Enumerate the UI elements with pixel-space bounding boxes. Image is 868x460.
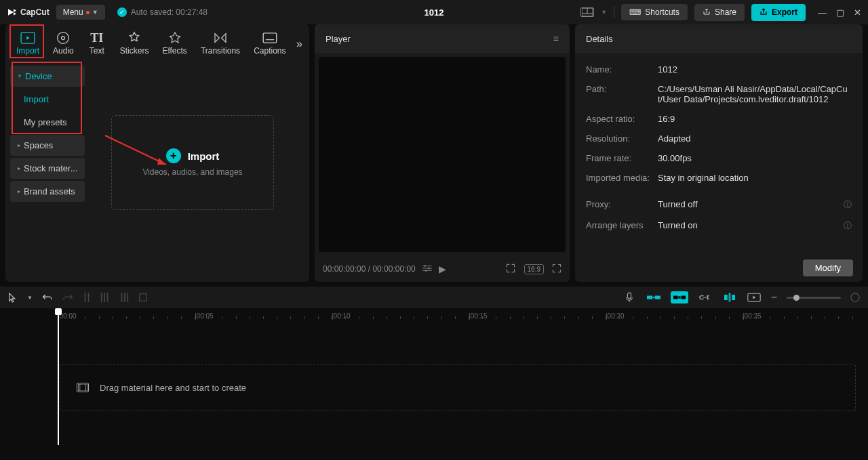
magnet-icon[interactable] [671,291,688,304]
ruler-tick: |00:20 [606,312,625,320]
undo-button[interactable] [42,293,53,302]
chevron-down-icon: ▼ [92,9,98,16]
detail-imported-value: Stay in original location [658,173,852,183]
svg-rect-15 [88,293,90,302]
export-icon [760,7,768,18]
cursor-tool-dropdown[interactable]: ▼ [27,295,33,301]
tab-text[interactable]: TI Text [81,28,113,58]
tab-captions[interactable]: Captions [247,28,292,58]
shortcuts-button[interactable]: ⌨ Shortcuts [621,4,688,20]
import-label: Import [188,150,220,162]
svg-point-35 [851,293,859,301]
player-title: Player [326,34,351,44]
ruler-tick: |00:10 [332,312,351,320]
keyboard-icon: ⌨ [629,7,641,17]
redo-button[interactable] [62,293,73,302]
cursor-tool[interactable] [8,292,18,303]
sidebar-item-my-presets[interactable]: My presets [10,112,85,133]
modify-button[interactable]: Modify [803,259,853,276]
zoom-in-icon[interactable] [850,293,860,302]
sidebar-item-import[interactable]: Import [10,89,85,110]
svg-rect-30 [724,295,728,300]
tab-transitions[interactable]: Transitions [194,28,247,58]
detail-aspect-label: Aspect ratio: [586,114,658,124]
maximize-button[interactable]: ▢ [836,7,844,18]
media-panel: Import Audio TI Text Stickers [5,24,309,282]
info-icon[interactable]: ⓘ [844,199,852,211]
detail-framerate-value: 30.00fps [658,153,852,163]
info-icon[interactable]: ⓘ [844,220,852,232]
zoom-slider[interactable] [787,297,841,299]
svg-point-26 [652,297,654,299]
minimize-button[interactable]: — [818,7,827,18]
timeline-tracks[interactable]: Drag material here and start to create [0,326,868,448]
text-tab-icon: TI [90,31,103,45]
svg-rect-18 [107,293,108,302]
svg-rect-20 [124,293,125,302]
import-dropzone[interactable]: + Import Videos, audios, and images [111,115,274,210]
media-content: + Import Videos, audios, and images [87,61,309,282]
details-panel: Details Name: 1012 Path: C:/Users/Usman … [575,24,863,282]
tab-audio[interactable]: Audio [46,28,81,58]
more-tabs-icon[interactable]: » [296,38,302,50]
playhead[interactable] [58,310,59,445]
detail-name-label: Name: [586,64,658,75]
svg-point-5 [62,37,65,40]
detail-name-value: 1012 [658,64,852,75]
timeline-ruler[interactable]: |00:00 |00:05 |00:10 |00:15 |00:20 |00:2… [0,310,868,326]
svg-rect-21 [127,293,128,302]
crop-icon[interactable] [505,263,516,276]
stickers-tab-icon [127,31,141,45]
detail-arrange-label: Arrange layers [586,220,658,232]
split-left-tool[interactable] [100,292,110,303]
detail-resolution-value: Adapted [658,133,852,144]
sidebar-item-spaces[interactable]: ▸ Spaces [10,135,85,156]
link-icon[interactable] [698,292,713,303]
detail-path-label: Path: [586,84,658,104]
fullscreen-icon[interactable] [552,264,561,275]
play-button[interactable]: ▶ [439,264,446,274]
drop-track[interactable]: Drag material here and start to create [60,364,856,411]
export-button[interactable]: Export [751,4,806,21]
autosave-status: ✓ Auto saved: 00:27:48 [117,7,208,17]
ruler-tick: |00:15 [469,312,488,320]
menu-button[interactable]: Menu ▼ [56,5,105,20]
layout-dropdown-icon[interactable]: ▼ [601,9,607,16]
split-right-tool[interactable] [119,292,129,303]
player-viewport[interactable] [319,57,566,252]
sidebar-item-stock[interactable]: ▸ Stock mater... [10,158,85,179]
sidebar-item-brand[interactable]: ▸ Brand assets [10,181,85,202]
detail-arrange-value: Turned on [658,220,844,232]
split-tool[interactable] [83,292,91,303]
ruler-tick: |00:25 [743,312,762,320]
ratio-badge[interactable]: 16:9 [524,264,544,274]
import-tab-icon [20,31,35,45]
tab-stickers[interactable]: Stickers [113,28,156,58]
magnet-start-icon[interactable] [646,292,661,303]
close-button[interactable]: ✕ [854,7,861,18]
caret-right-icon: ▸ [17,188,21,194]
snap-icon[interactable] [722,292,737,303]
app-logo: CapCut [7,7,50,18]
svg-rect-22 [140,294,147,301]
mic-icon[interactable] [622,292,637,303]
player-panel: Player ≡ 00:00:00:00 / 00:00:00:00 ▶ 16:… [315,24,570,282]
audio-tab-icon [56,31,70,45]
player-settings-icon[interactable] [422,264,432,274]
layout-icon[interactable] [580,7,594,17]
svg-point-11 [424,265,426,267]
sidebar-item-device[interactable]: ▼ Device [10,66,85,87]
detail-proxy-value: Turned off [658,199,844,211]
tab-effects[interactable]: Effects [155,28,193,58]
delete-tool[interactable] [138,293,148,302]
menu-notification-dot [86,11,90,14]
svg-rect-27 [673,296,678,299]
details-title: Details [586,34,613,44]
drop-hint-text: Drag material here and start to create [100,383,246,393]
player-menu-icon[interactable]: ≡ [553,33,559,44]
preview-icon[interactable] [747,292,762,303]
zoom-out-icon[interactable]: − [771,291,777,304]
tab-import[interactable]: Import [9,28,46,58]
detail-aspect-value: 16:9 [658,114,852,124]
share-button[interactable]: Share [694,4,745,21]
